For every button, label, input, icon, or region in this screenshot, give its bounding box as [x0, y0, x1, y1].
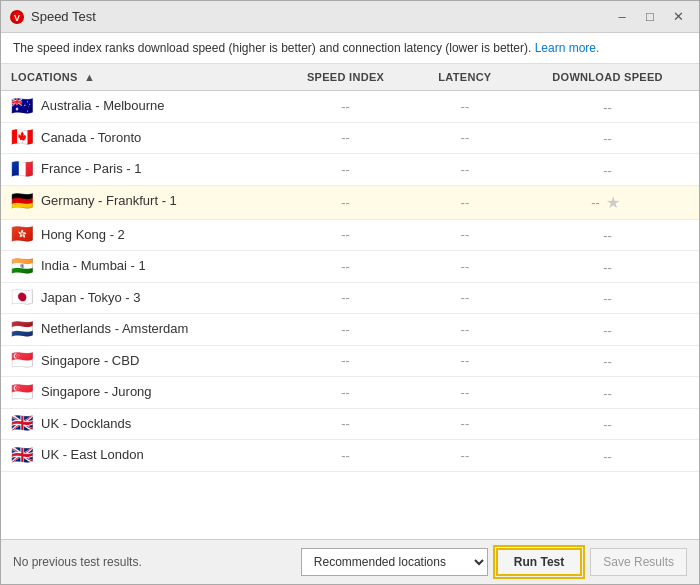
location-name: Germany - Frankfurt - 1: [41, 193, 177, 208]
location-name: Singapore - CBD: [41, 353, 139, 368]
location-name: UK - East London: [41, 447, 144, 462]
location-cell: 🇬🇧UK - East London: [1, 440, 277, 469]
table-row: 🇦🇺Australia - Melbourne------: [1, 91, 699, 123]
table-row: 🇬🇧UK - Docklands------: [1, 408, 699, 440]
location-cell: 🇬🇧UK - Docklands: [1, 409, 277, 438]
location-cell: 🇸🇬Singapore - Jurong: [1, 377, 277, 406]
latency-value: --: [414, 219, 517, 251]
download-speed-cell: --: [516, 379, 699, 408]
location-cell: 🇭🇰Hong Kong - 2: [1, 220, 277, 249]
download-speed-value: --: [603, 291, 612, 306]
col-locations-label: LOCATIONS: [11, 71, 78, 83]
latency-value: --: [414, 185, 517, 219]
table-row: 🇬🇧UK - East London------: [1, 440, 699, 472]
col-locations[interactable]: LOCATIONS ▲: [1, 64, 277, 91]
location-cell: 🇮🇳India - Mumbai - 1: [1, 251, 277, 280]
country-flag-icon: 🇮🇳: [11, 258, 33, 273]
latency-value: --: [414, 91, 517, 123]
location-cell: 🇩🇪Germany - Frankfurt - 1: [1, 186, 277, 215]
col-latency[interactable]: LATENCY: [414, 64, 517, 91]
footer: No previous test results. Recommended lo…: [1, 539, 699, 584]
speed-index-value: --: [277, 408, 413, 440]
location-cell: 🇯🇵Japan - Tokyo - 3: [1, 283, 277, 312]
table-row: 🇫🇷France - Paris - 1------: [1, 154, 699, 186]
location-cell: 🇳🇱Netherlands - Amsterdam: [1, 314, 277, 343]
location-name: Netherlands - Amsterdam: [41, 321, 188, 336]
download-speed-value: --: [603, 228, 612, 243]
speed-test-table-container: LOCATIONS ▲ SPEED INDEX LATENCY DOWNLOAD…: [1, 64, 699, 539]
location-cell: 🇦🇺Australia - Melbourne: [1, 91, 277, 120]
favorite-star-icon[interactable]: ★: [606, 193, 624, 212]
col-speed-index-label: SPEED INDEX: [307, 71, 384, 83]
download-speed-cell: --: [516, 124, 699, 153]
country-flag-icon: 🇦🇺: [11, 98, 33, 113]
download-speed-value: --: [603, 449, 612, 464]
download-speed-cell: --: [516, 156, 699, 185]
speed-test-table: LOCATIONS ▲ SPEED INDEX LATENCY DOWNLOAD…: [1, 64, 699, 472]
latency-value: --: [414, 122, 517, 154]
location-name: India - Mumbai - 1: [41, 258, 146, 273]
latency-value: --: [414, 251, 517, 283]
location-name: Hong Kong - 2: [41, 227, 125, 242]
download-speed-value: --: [603, 260, 612, 275]
speed-index-value: --: [277, 282, 413, 314]
table-row: 🇩🇪Germany - Frankfurt - 1------★: [1, 185, 699, 219]
col-download-speed[interactable]: DOWNLOAD SPEED: [516, 64, 699, 91]
maximize-button[interactable]: □: [637, 5, 663, 29]
location-name: Australia - Melbourne: [41, 98, 165, 113]
table-row: 🇳🇱Netherlands - Amsterdam------: [1, 314, 699, 346]
speed-test-window: V Speed Test – □ ✕ The speed index ranks…: [0, 0, 700, 585]
location-name: Japan - Tokyo - 3: [41, 290, 140, 305]
download-speed-cell: --: [516, 410, 699, 439]
col-download-speed-label: DOWNLOAD SPEED: [552, 71, 663, 83]
close-button[interactable]: ✕: [665, 5, 691, 29]
table-row: 🇸🇬Singapore - CBD------: [1, 345, 699, 377]
table-row: 🇸🇬Singapore - Jurong------: [1, 377, 699, 409]
speed-index-value: --: [277, 122, 413, 154]
location-cell: 🇸🇬Singapore - CBD: [1, 346, 277, 375]
info-bar: The speed index ranks download speed (hi…: [1, 33, 699, 64]
speed-index-value: --: [277, 185, 413, 219]
location-name: France - Paris - 1: [41, 161, 141, 176]
save-results-button[interactable]: Save Results: [590, 548, 687, 576]
download-speed-cell: --: [516, 284, 699, 313]
col-speed-index[interactable]: SPEED INDEX: [277, 64, 413, 91]
speed-index-value: --: [277, 377, 413, 409]
country-flag-icon: 🇯🇵: [11, 290, 33, 305]
download-speed-cell: --: [516, 442, 699, 471]
country-flag-icon: 🇬🇧: [11, 447, 33, 462]
latency-value: --: [414, 154, 517, 186]
download-speed-cell: --: [516, 93, 699, 122]
run-test-button[interactable]: Run Test: [496, 548, 582, 576]
country-flag-icon: 🇭🇰: [11, 227, 33, 242]
app-icon: V: [9, 9, 25, 25]
learn-more-link[interactable]: Learn more.: [535, 41, 600, 55]
download-speed-value: --: [603, 131, 612, 146]
country-flag-icon: 🇨🇦: [11, 130, 33, 145]
location-name: Canada - Toronto: [41, 130, 141, 145]
country-flag-icon: 🇸🇬: [11, 384, 33, 399]
status-text: No previous test results.: [13, 555, 291, 569]
table-row: 🇯🇵Japan - Tokyo - 3------: [1, 282, 699, 314]
latency-value: --: [414, 408, 517, 440]
download-speed-value: --: [603, 100, 612, 115]
table-row: 🇮🇳India - Mumbai - 1------: [1, 251, 699, 283]
table-row: 🇨🇦Canada - Toronto------: [1, 122, 699, 154]
location-cell: 🇫🇷France - Paris - 1: [1, 154, 277, 183]
col-latency-label: LATENCY: [438, 71, 491, 83]
footer-controls: Recommended locationsAll locationsFavori…: [301, 548, 687, 576]
country-flag-icon: 🇬🇧: [11, 416, 33, 431]
country-flag-icon: 🇸🇬: [11, 353, 33, 368]
minimize-button[interactable]: –: [609, 5, 635, 29]
svg-text:V: V: [14, 13, 20, 23]
latency-value: --: [414, 377, 517, 409]
country-flag-icon: 🇫🇷: [11, 161, 33, 176]
speed-index-value: --: [277, 440, 413, 472]
download-speed-value: --: [603, 323, 612, 338]
country-flag-icon: 🇩🇪: [11, 193, 33, 208]
download-speed-value: --: [603, 386, 612, 401]
latency-value: --: [414, 314, 517, 346]
download-speed-value: --: [603, 163, 612, 178]
download-speed-cell: --: [516, 316, 699, 345]
locations-dropdown[interactable]: Recommended locationsAll locationsFavori…: [301, 548, 488, 576]
